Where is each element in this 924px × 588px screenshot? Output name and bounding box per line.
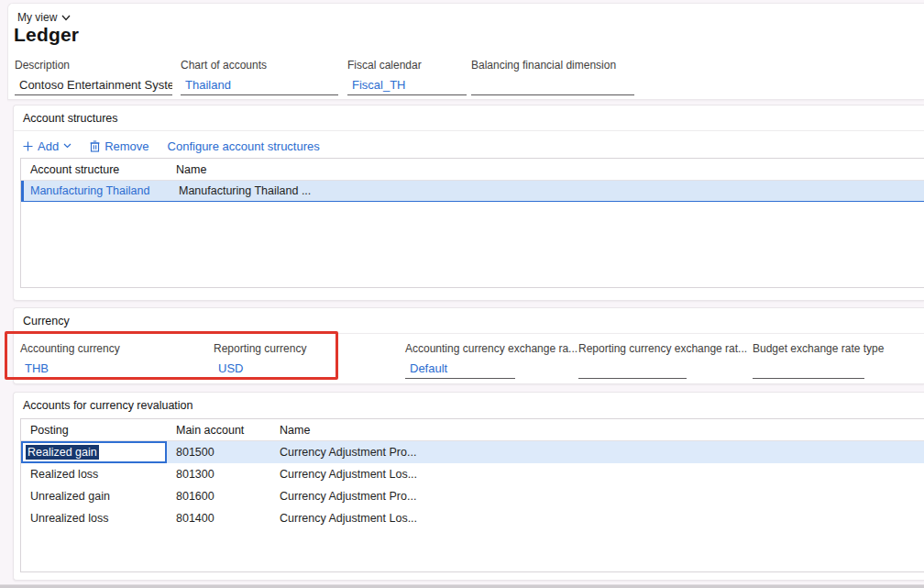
description-label: Description [15,59,172,72]
main-account-cell[interactable]: 801400 [167,512,270,525]
currency-revaluation-grid: Posting Main account Name Realized gain … [20,418,924,572]
budget-exchange-rate-type-input[interactable] [753,361,864,379]
table-row[interactable]: Unrealized loss 801400 Currency Adjustme… [21,507,924,529]
name-cell[interactable]: Currency Adjustment Los... [270,468,924,481]
name-cell[interactable]: Currency Adjustment Pro... [270,446,924,459]
name-cell[interactable]: Manufacturing Thailand ... [170,184,924,197]
divider [14,130,924,131]
name-cell[interactable]: Currency Adjustment Los... [270,512,924,525]
fiscal-calendar-input[interactable]: Fiscal_TH [347,78,467,95]
main-account-cell[interactable]: 801500 [167,446,270,459]
column-header-main-account[interactable]: Main account [167,424,270,437]
accounting-currency-label: Accounting currency [20,342,103,355]
balancing-dimension-field: Balancing financial dimension [471,59,634,95]
main-account-cell[interactable]: 801300 [167,468,270,481]
account-structures-grid: Account structure Name Manufacturing Tha… [20,158,924,288]
account-structure-cell[interactable]: Manufacturing Thailand [24,184,170,197]
add-button[interactable]: Add [23,139,72,153]
chevron-down-icon [63,143,72,149]
table-row[interactable]: Unrealized gain 801600 Currency Adjustme… [21,485,924,507]
chart-of-accounts-label: Chart of accounts [181,59,338,72]
posting-cell[interactable]: Unrealized loss [21,512,167,525]
balancing-dimension-label: Balancing financial dimension [471,59,634,72]
chart-of-accounts-input[interactable]: Thailand [181,78,338,95]
divider [14,333,924,334]
posting-cell-editing[interactable]: Realized gain [21,441,167,463]
configure-account-structures-button[interactable]: Configure account structures [168,139,320,153]
description-field: Description Contoso Entertainment Syste.… [15,59,172,95]
column-header-name[interactable]: Name [270,424,924,437]
column-header-account-structure[interactable]: Account structure [21,163,167,176]
view-selector-label: My view [17,11,57,24]
column-header-name[interactable]: Name [167,163,924,176]
table-row[interactable]: Realized loss 801300 Currency Adjustment… [21,463,924,485]
currency-revaluation-grid-header: Posting Main account Name [21,419,924,441]
accounting-currency-input[interactable]: THB [20,361,103,379]
budget-exchange-rate-type-field: Budget exchange rate type [753,342,864,379]
page-header-card: My view Ledger Description Contoso Enter… [7,3,924,100]
add-button-label: Add [38,139,59,153]
remove-button[interactable]: Remove [90,139,148,153]
ledger-page: My view Ledger Description Contoso Enter… [0,0,924,588]
reporting-currency-input[interactable]: USD [214,361,296,379]
accounting-currency-exchange-rate-field: Accounting currency exchange ra... Defau… [405,342,515,379]
currency-title: Currency [23,315,70,327]
header-fields: Description Contoso Entertainment Syste.… [8,59,924,99]
posting-cell[interactable]: Realized loss [21,468,167,481]
balancing-dimension-input[interactable] [471,78,634,95]
chevron-down-icon [61,11,71,24]
reporting-currency-exchange-rate-input[interactable] [578,361,687,379]
fiscal-calendar-label: Fiscal calendar [347,59,467,72]
reporting-currency-exchange-rate-label: Reporting currency exchange rat... [578,342,687,355]
table-row[interactable]: Manufacturing Thailand Manufacturing Tha… [21,181,924,202]
page-title: Ledger [14,24,79,46]
description-input[interactable]: Contoso Entertainment Syste... [15,78,172,95]
column-header-posting[interactable]: Posting [21,424,167,437]
account-structures-toolbar: Add Remove Configure account structures [23,136,320,156]
currency-panel: Currency Accounting currency THB Reporti… [13,307,924,384]
accounting-currency-exchange-rate-label: Accounting currency exchange ra... [405,342,515,355]
currency-revaluation-panel: Accounts for currency revaluation Postin… [13,392,924,581]
reporting-currency-exchange-rate-field: Reporting currency exchange rat... [578,342,687,379]
account-structures-panel: Account structures Add Remov [13,105,924,301]
table-row[interactable]: Realized gain 801500 Currency Adjustment… [21,441,924,463]
accounting-currency-field: Accounting currency THB [20,342,103,379]
fiscal-calendar-field: Fiscal calendar Fiscal_TH [347,59,467,95]
reporting-currency-label: Reporting currency [214,342,296,355]
reporting-currency-field: Reporting currency USD [214,342,296,379]
accounting-currency-exchange-rate-input[interactable]: Default [405,361,515,379]
budget-exchange-rate-type-label: Budget exchange rate type [753,342,864,355]
bottom-edge-strip [0,584,924,588]
selected-text: Realized gain [26,445,99,460]
plus-icon [23,141,33,151]
chart-of-accounts-field: Chart of accounts Thailand [181,59,338,95]
trash-icon [90,140,100,152]
remove-button-label: Remove [104,139,148,153]
configure-button-label: Configure account structures [168,139,320,153]
posting-cell[interactable]: Unrealized gain [21,490,167,503]
main-account-cell[interactable]: 801600 [167,490,270,503]
currency-revaluation-title: Accounts for currency revaluation [23,399,193,412]
name-cell[interactable]: Currency Adjustment Pro... [270,490,924,503]
account-structures-title: Account structures [23,112,118,125]
account-structures-grid-header: Account structure Name [21,159,924,181]
